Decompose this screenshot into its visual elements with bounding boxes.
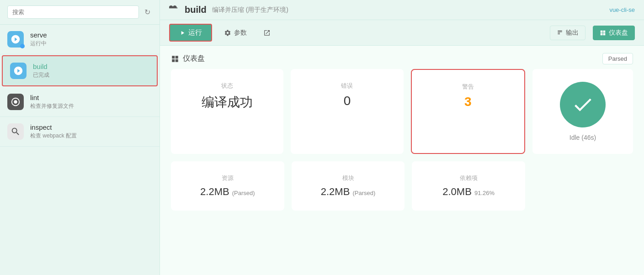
resource-value-text: 2.2MB [200, 186, 229, 197]
resource-card: 资源 2.2MB (Parsed) [171, 161, 284, 211]
dashboard-title-row: 仪表盘 [171, 54, 205, 63]
sidebar-item-build[interactable]: build 已完成 [2, 55, 158, 86]
status-value: 编译成功 [186, 94, 269, 111]
dashboard-button[interactable]: 仪表盘 [593, 26, 635, 40]
resource-label: 资源 [186, 174, 270, 182]
parsed-badge: Parsed [602, 53, 633, 64]
build-desc: 已完成 [33, 71, 49, 79]
lint-desc: 检查并修复源文件 [30, 102, 74, 110]
warning-label: 警告 [426, 83, 510, 91]
success-card: Idle (46s) [532, 69, 633, 154]
sidebar-item-inspect[interactable]: inspect 检查 webpack 配置 [0, 117, 160, 147]
external-link-button[interactable] [259, 26, 275, 39]
dependency-value: 2.0MB 91.26% [426, 186, 511, 198]
serve-status-dot [20, 44, 25, 48]
stats-row-2: 资源 2.2MB (Parsed) 模块 2.2MB (Parsed) 依赖项 … [160, 161, 644, 218]
topbar-title: build [185, 5, 207, 15]
serve-icon-box [7, 31, 24, 48]
resource-sub: (Parsed) [232, 190, 255, 196]
stats-row-1: 状态 编译成功 错误 0 警告 3 Idle (46s) [160, 69, 644, 161]
dependency-card: 依赖项 2.0MB 91.26% [412, 161, 525, 211]
output-icon [557, 30, 563, 36]
params-button[interactable]: 参数 [219, 26, 251, 40]
lint-icon [11, 97, 21, 107]
topbar-right-text: vue-cli-se [609, 6, 635, 13]
dashboard-title-icon [171, 55, 179, 63]
external-link-icon [263, 29, 271, 37]
params-label: 参数 [234, 29, 247, 37]
warning-card: 警告 3 [411, 69, 525, 154]
module-label: 模块 [306, 174, 390, 182]
error-label: 错误 [305, 82, 389, 90]
error-card: 错误 0 [291, 69, 403, 154]
serve-icon [11, 34, 21, 44]
checkmark-icon [571, 93, 594, 116]
dashboard-icon [600, 30, 606, 36]
search-input[interactable] [7, 5, 139, 19]
lint-info: lint 检查并修复源文件 [30, 94, 74, 110]
inspect-icon-box [7, 123, 24, 140]
build-icon [13, 66, 23, 76]
build-name: build [33, 63, 49, 70]
serve-name: serve [30, 31, 47, 39]
idle-text: Idle (46s) [569, 134, 596, 141]
lint-icon-box [7, 94, 24, 110]
serve-desc: 运行中 [30, 40, 47, 48]
module-value: 2.2MB (Parsed) [306, 186, 390, 198]
dashboard-header: 仪表盘 Parsed [160, 46, 644, 69]
sidebar-item-serve[interactable]: serve 运行中 [0, 25, 160, 54]
dashboard-label: 仪表盘 [609, 29, 628, 37]
module-value-text: 2.2MB [321, 186, 350, 197]
status-label: 状态 [186, 82, 269, 90]
topbar-build-icon [169, 5, 179, 15]
dashboard-title-text: 仪表盘 [183, 54, 205, 63]
toolbar: 运行 参数 输出 仪表盘 [160, 20, 644, 46]
main-content: build 编译并压缩 (用于生产环境) vue-cli-se 运行 参数 [160, 0, 644, 275]
lint-name: lint [30, 94, 74, 101]
warning-value: 3 [426, 95, 510, 109]
sidebar-item-lint[interactable]: lint 检查并修复源文件 [0, 87, 160, 117]
dependency-sub: 91.26% [474, 190, 495, 196]
module-sub: (Parsed) [352, 190, 375, 196]
topbar: build 编译并压缩 (用于生产环境) vue-cli-se [160, 0, 644, 20]
inspect-desc: 检查 webpack 配置 [30, 132, 77, 140]
success-circle [560, 82, 606, 127]
inspect-name: inspect [30, 123, 77, 131]
topbar-desc: 编译并压缩 (用于生产环境) [212, 6, 288, 14]
dependency-value-text: 2.0MB [442, 186, 472, 197]
inspect-info: inspect 检查 webpack 配置 [30, 123, 77, 140]
run-icon [179, 30, 186, 36]
inspect-icon [11, 127, 21, 137]
run-label: 运行 [188, 28, 202, 37]
dependency-label: 依赖项 [426, 174, 511, 182]
topbar-left: build 编译并压缩 (用于生产环境) [169, 5, 288, 15]
output-label: 输出 [566, 29, 579, 37]
build-icon-box [10, 63, 27, 79]
output-button[interactable]: 输出 [550, 26, 585, 40]
serve-info: serve 运行中 [30, 31, 47, 48]
status-card: 状态 编译成功 [171, 69, 283, 154]
svg-point-1 [14, 100, 17, 103]
sidebar-search-bar[interactable]: ↻ [0, 0, 160, 25]
sidebar: ↻ serve 运行中 build 已完成 [0, 0, 160, 275]
module-card: 模块 2.2MB (Parsed) [292, 161, 405, 211]
run-button[interactable]: 运行 [169, 24, 212, 42]
build-info: build 已完成 [33, 63, 49, 79]
refresh-button[interactable]: ↻ [143, 6, 152, 18]
resource-value: 2.2MB (Parsed) [186, 186, 270, 198]
error-value: 0 [305, 94, 389, 108]
gear-icon [224, 29, 231, 37]
content-area: 仪表盘 Parsed 状态 编译成功 错误 0 警告 3 [160, 46, 644, 275]
